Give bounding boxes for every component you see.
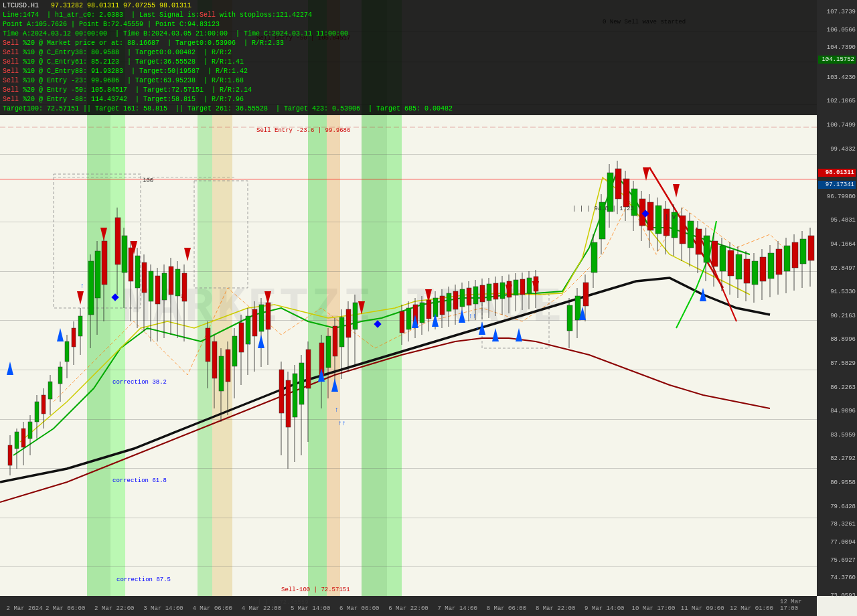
- svg-rect-168: [680, 216, 686, 244]
- svg-marker-217: [184, 248, 191, 261]
- svg-rect-225: [111, 293, 119, 301]
- svg-marker-215: [100, 228, 107, 241]
- svg-marker-214: [77, 291, 84, 305]
- price-835: 83.5959: [818, 432, 856, 439]
- time-5: 4 Mar 06:00: [192, 605, 232, 612]
- time-1: 2 Mar 2024: [7, 605, 43, 612]
- svg-rect-190: [768, 253, 774, 279]
- svg-rect-58: [212, 341, 217, 378]
- svg-rect-192: [776, 249, 782, 275]
- info-line-8: Sell %10 @ C_Entry88: 91.93283 | Target:…: [3, 67, 814, 76]
- price-107: 107.3739: [818, 9, 856, 15]
- svg-marker-211: [516, 328, 522, 341]
- info-bar: LTCUSD.H1 97.31282 98.01311 97.07255 98.…: [0, 0, 817, 115]
- price-1021: 102.1065: [818, 98, 856, 104]
- svg-rect-66: [239, 323, 244, 352]
- svg-rect-148: [599, 202, 605, 239]
- svg-rect-26: [78, 316, 82, 336]
- svg-rect-154: [623, 179, 629, 207]
- price-928: 92.8497: [818, 265, 856, 272]
- svg-rect-226: [374, 320, 381, 327]
- info-line-4: Time A:2024.03.12 00:00:00 | Time B:2024…: [3, 29, 814, 39]
- svg-rect-152: [615, 169, 621, 199]
- time-17: 12 Mar 17:00: [780, 599, 805, 612]
- info-line-11: Sell %20 @ Entry -88: 114.43742 | Target…: [3, 95, 814, 104]
- svg-marker-210: [492, 328, 499, 341]
- svg-rect-92: [339, 317, 344, 347]
- svg-rect-18: [48, 382, 52, 399]
- svg-rect-60: [219, 356, 224, 391]
- time-2: 2 Mar 06:00: [46, 605, 85, 612]
- price-1047: 104.7390: [818, 44, 856, 51]
- time-axis: 2 Mar 2024 2 Mar 06:00 2 Mar 22:00 3 Mar…: [0, 596, 817, 616]
- ohlc: 97.31282 98.01311 97.07255 98.01311: [51, 2, 191, 9]
- time-10: 7 Mar 14:00: [437, 605, 477, 612]
- svg-rect-50: [169, 266, 173, 295]
- svg-marker-223: [643, 167, 649, 181]
- svg-text:↑↑: ↑↑: [475, 326, 483, 333]
- svg-rect-112: [447, 293, 451, 311]
- svg-rect-176: [712, 241, 718, 266]
- price-889: 88.8996: [818, 336, 856, 343]
- svg-rect-162: [655, 206, 661, 234]
- time-8: 6 Mar 06:00: [339, 605, 379, 612]
- svg-rect-172: [696, 229, 702, 254]
- price-743: 74.3760: [818, 574, 856, 581]
- svg-rect-194: [784, 246, 790, 271]
- time-12: 8 Mar 22:00: [536, 605, 575, 612]
- svg-rect-74: [266, 303, 270, 329]
- price-9679: 96.79980: [818, 194, 856, 200]
- info-line-6: Sell %10 @ C_Entry38: 80.9588 | Target0:…: [3, 48, 814, 58]
- price-106: 106.0566: [818, 27, 856, 33]
- svg-rect-166: [672, 212, 678, 238]
- price-862: 86.2263: [818, 384, 856, 391]
- price-9717: 97.17341: [818, 181, 856, 189]
- time-14: 10 Mar 17:00: [632, 605, 676, 612]
- time-3: 2 Mar 22:00: [94, 605, 134, 612]
- svg-rect-62: [226, 350, 230, 382]
- svg-rect-178: [720, 246, 726, 271]
- svg-text:↑↑: ↑↑: [338, 420, 346, 427]
- svg-rect-46: [155, 276, 160, 304]
- svg-rect-76: [279, 370, 284, 413]
- info-line-5: Sell %20 @ Market price or at: 88.16687 …: [3, 39, 814, 48]
- svg-marker-205: [331, 378, 338, 392]
- info-line-12: Target100: 72.57151 || Target 161: 58.81…: [3, 104, 814, 114]
- info-line-7: Sell %10 @ C_Entry61: 85.2123 | Target:3…: [3, 58, 814, 67]
- svg-text:↓: ↓: [179, 293, 183, 300]
- svg-marker-201: [7, 362, 13, 375]
- svg-rect-136: [527, 278, 532, 293]
- svg-rect-42: [142, 262, 147, 293]
- svg-rect-134: [520, 279, 525, 295]
- price-770: 77.0094: [818, 539, 856, 546]
- svg-rect-24: [72, 328, 76, 347]
- symbol: LTCUSD.H1: [3, 2, 39, 9]
- price-796: 79.6428: [818, 504, 856, 510]
- chart-container: MARKETZI TRADE LTCUSD.H1 97.31282 98.013…: [0, 0, 857, 616]
- time-7: 5 Mar 14:00: [291, 605, 330, 612]
- svg-rect-72: [259, 305, 264, 331]
- price-730: 73.0593: [818, 593, 856, 599]
- info-line-9: Sell %10 @ Entry -23: 99.9686 | Target:6…: [3, 76, 814, 86]
- svg-rect-132: [514, 280, 518, 295]
- svg-marker-224: [673, 184, 680, 198]
- svg-rect-80: [293, 374, 297, 417]
- svg-rect-6: [8, 445, 12, 465]
- info-line-3: Point A:105.7626 | Point B:72.45559 | Po…: [3, 20, 814, 29]
- price-809: 80.9558: [818, 479, 856, 486]
- price-822: 82.2792: [818, 455, 856, 462]
- svg-rect-188: [760, 257, 766, 281]
- svg-rect-88: [326, 336, 331, 368]
- price-915: 91.5330: [818, 289, 856, 295]
- svg-rect-156: [631, 189, 637, 216]
- svg-rect-128: [500, 283, 505, 299]
- svg-rect-110: [440, 296, 445, 315]
- svg-rect-44: [149, 271, 153, 301]
- time-4: 3 Mar 14:00: [143, 605, 183, 612]
- svg-rect-96: [353, 303, 358, 329]
- svg-rect-108: [433, 298, 438, 317]
- svg-marker-202: [57, 328, 64, 341]
- svg-rect-90: [333, 326, 337, 356]
- svg-rect-100: [406, 308, 411, 329]
- svg-rect-48: [162, 273, 167, 300]
